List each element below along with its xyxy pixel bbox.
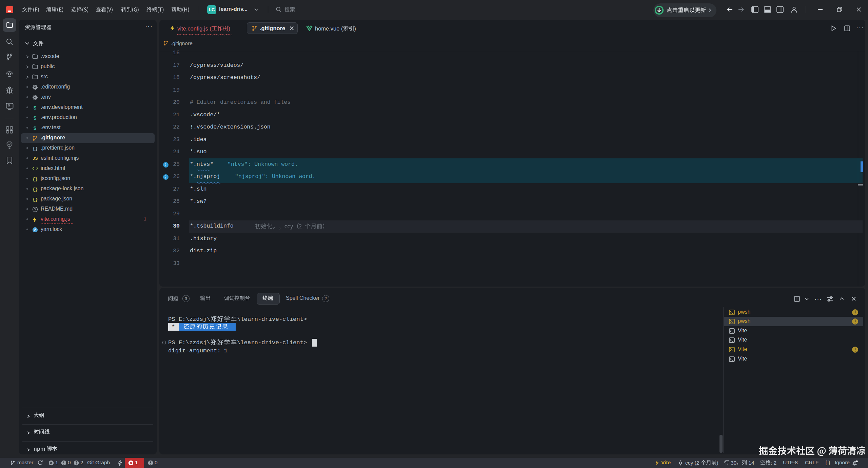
svg-text:{}: {} (33, 187, 38, 192)
svg-text:{}: {} (33, 146, 38, 151)
svg-text:JS: JS (33, 156, 38, 161)
svg-text:{}: {} (33, 176, 38, 181)
svg-text:$: $ (34, 125, 37, 131)
svg-text:$: $ (34, 115, 37, 121)
svg-text:$: $ (34, 105, 37, 111)
svg-text:{}: {} (33, 197, 38, 202)
